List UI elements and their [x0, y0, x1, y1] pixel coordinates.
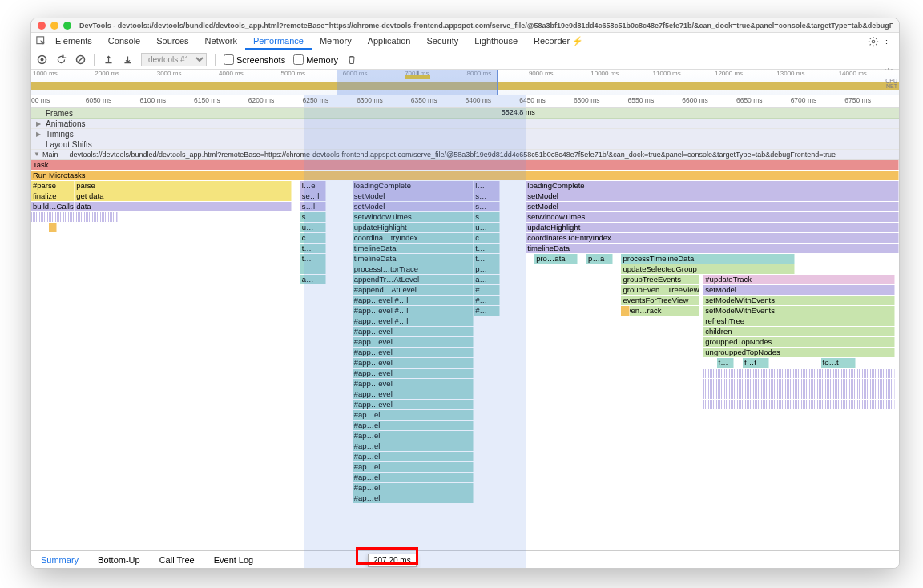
flame-segment[interactable]: refreshTree [703, 316, 894, 326]
panel-tab-memory[interactable]: Memory [312, 34, 360, 48]
flame-segment[interactable]: t… [474, 244, 499, 253]
flame-segment[interactable]: grouppedTopNodes [703, 337, 894, 347]
flame-segment[interactable]: s… [300, 212, 326, 222]
flame-segment[interactable] [703, 389, 894, 399]
panel-tab-performance[interactable]: Performance [245, 34, 312, 50]
panel-tab-recorder[interactable]: Recorder ⚡ [526, 34, 591, 48]
flame-segment[interactable]: coordinatesToEntryIndex [526, 233, 899, 243]
flame-segment[interactable]: p… [474, 264, 499, 274]
animations-track-label[interactable]: Animations [46, 119, 85, 128]
main-thread-label[interactable]: ▼Main — devtools://devtools/bundled/devt… [31, 150, 899, 160]
flame-segment[interactable]: setModelWithEvents [703, 296, 894, 305]
flame-segment[interactable]: u… [474, 223, 499, 232]
flame-segment[interactable]: groupEven…TreeView [621, 285, 699, 295]
flame-segment[interactable]: #… [474, 306, 499, 316]
details-tab-bottom-up[interactable]: Bottom-Up [88, 552, 150, 568]
flame-segment[interactable]: fo…t [821, 358, 856, 368]
flame-segment[interactable]: #… [474, 285, 499, 295]
flame-segment[interactable]: #app…evel [353, 400, 474, 409]
flame-segment[interactable]: f…t [743, 358, 768, 368]
flame-segment[interactable] [300, 264, 326, 274]
inspect-icon[interactable] [36, 36, 47, 47]
timings-track-label[interactable]: Timings [46, 130, 74, 139]
close-icon[interactable] [38, 22, 46, 30]
settings-icon[interactable] [868, 36, 879, 47]
flame-segment[interactable] [703, 369, 894, 378]
flame-segment[interactable]: timelineData [353, 254, 474, 264]
panel-tab-security[interactable]: Security [418, 34, 466, 48]
flame-segment[interactable]: #app…evel [353, 369, 474, 378]
timeline-overview[interactable]: 1000 ms2000 ms3000 ms4000 ms5000 ms6000 … [31, 70, 899, 95]
flame-segment[interactable]: #app…evel #…l [353, 316, 474, 326]
flame-segment[interactable]: coordina…tryIndex [353, 233, 474, 243]
flame-segment[interactable]: finalize [31, 191, 75, 201]
reload-icon[interactable] [55, 54, 67, 66]
flame-segment[interactable]: #append…AtLevel [353, 285, 474, 295]
flame-segment[interactable]: #app…evel #…l [353, 306, 474, 316]
flame-segment[interactable]: setModel [353, 191, 474, 201]
flame-segment[interactable] [703, 400, 894, 409]
flame-segment[interactable]: loadingComplete [353, 181, 474, 191]
flame-segment[interactable]: f… [717, 358, 735, 368]
flame-segment[interactable]: #… [474, 296, 499, 305]
flame-segment[interactable]: s…l [300, 202, 326, 211]
details-tab-summary[interactable]: Summary [31, 552, 88, 568]
timeline-ruler[interactable]: 00 ms6050 ms6100 ms6150 ms6200 ms6250 ms… [31, 95, 899, 108]
flame-segment[interactable]: processTimelineData [621, 254, 795, 264]
flame-segment[interactable]: setModel [526, 202, 899, 211]
download-icon[interactable] [122, 54, 133, 66]
clear-icon[interactable] [75, 54, 86, 66]
panel-tab-application[interactable]: Application [360, 34, 419, 48]
details-tab-event-log[interactable]: Event Log [204, 552, 264, 568]
flame-segment[interactable]: loadingComplete [526, 181, 899, 191]
flame-segment[interactable]: #app…evel #…l [353, 296, 474, 305]
flame-segment[interactable]: #ap…el [353, 483, 474, 493]
flame-segment[interactable]: c… [300, 233, 326, 243]
flame-segment[interactable]: t… [300, 254, 326, 264]
flame-segment[interactable]: t… [474, 254, 499, 264]
panel-tab-console[interactable]: Console [100, 34, 148, 48]
flame-segment[interactable]: p…a [586, 254, 612, 264]
flame-chart[interactable]: Frames 5524.8 ms ▶Animations ▶Timings La… [31, 108, 899, 569]
flame-segment[interactable]: a… [474, 275, 499, 284]
flame-segment[interactable]: #updateTrack [703, 275, 894, 284]
record-icon[interactable] [36, 54, 47, 66]
flame-segment[interactable]: children [703, 327, 894, 336]
flame-segment[interactable]: timelineData [353, 244, 474, 253]
flame-segment[interactable]: s… [474, 212, 499, 222]
flame-segment[interactable]: timelineData [526, 244, 899, 253]
flame-segment[interactable]: data [75, 202, 292, 211]
flame-segment[interactable]: pro…ata [534, 254, 578, 264]
flame-segment[interactable]: ungrouppedTopNodes [703, 348, 894, 357]
flame-microtasks[interactable]: Run Microtasks [31, 171, 899, 180]
memory-checkbox[interactable]: Memory [293, 54, 338, 65]
flame-segment[interactable]: #ap…el [353, 441, 474, 451]
flame-segment[interactable]: t… [300, 244, 326, 253]
flame-segment[interactable]: #app…evel [353, 389, 474, 399]
flame-task[interactable]: Task [31, 160, 899, 170]
more-icon[interactable]: ⋮ [879, 36, 894, 46]
flame-segment[interactable]: processI…torTrace [353, 264, 474, 274]
flame-segment[interactable]: #ap…el [353, 493, 474, 503]
flame-segment[interactable]: #app…evel [353, 327, 474, 336]
flame-segment[interactable]: setModel [353, 202, 474, 211]
flame-segment[interactable] [703, 379, 894, 389]
flame-segment[interactable]: setWindowTimes [353, 212, 474, 222]
flame-segment[interactable]: s… [474, 202, 499, 211]
flame-segment[interactable]: l… [474, 181, 499, 191]
trash-icon[interactable] [346, 54, 357, 66]
flame-segment[interactable]: a… [300, 275, 326, 284]
flame-segment[interactable]: c… [474, 233, 499, 243]
flame-segment[interactable]: even…rack [621, 306, 699, 316]
flame-segment[interactable]: #ap…el [353, 462, 474, 472]
details-tab-call-tree[interactable]: Call Tree [150, 552, 204, 568]
flame-segment[interactable]: get data [75, 191, 292, 201]
flame-segment[interactable]: #ap…el [353, 431, 474, 441]
flame-segment[interactable]: #app…evel [353, 348, 474, 357]
flame-segment[interactable]: build…Calls [31, 202, 75, 211]
flame-segment[interactable]: updateHighlight [526, 223, 899, 232]
flame-segment[interactable]: #ap…el [353, 473, 474, 482]
layout-shifts-track-label[interactable]: Layout Shifts [46, 140, 92, 149]
flame-segment[interactable]: #app…evel [353, 337, 474, 347]
minimize-icon[interactable] [50, 22, 58, 30]
